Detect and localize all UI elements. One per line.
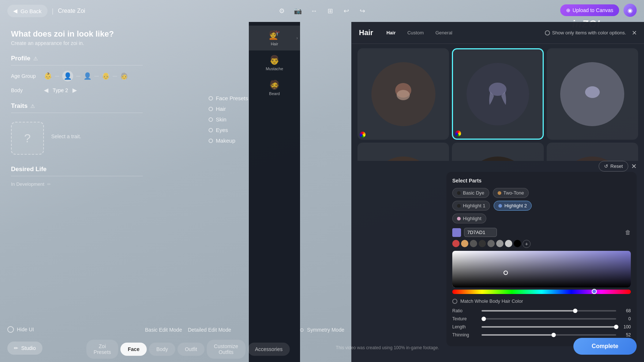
hair-panel-title: Hair [359, 29, 373, 37]
hair-style-item-1[interactable] [357, 48, 449, 140]
cat-mustache-label: Mustache [266, 67, 283, 71]
thinning-slider-thumb[interactable] [551, 333, 556, 337]
color-hex-row: 🗑 [452, 228, 631, 237]
makeup-option[interactable]: Makeup [209, 137, 248, 144]
cat-mustache[interactable]: 👨 Mustache [249, 50, 300, 75]
eyes-option[interactable]: Eyes [209, 127, 248, 133]
tab-face[interactable]: Face [120, 343, 147, 356]
ratio-slider-value: 68 [620, 308, 631, 313]
user-avatar-button[interactable]: ◉ [624, 4, 637, 17]
hair-style-item-2[interactable] [452, 48, 543, 140]
back-arrow-icon: ◀ [13, 8, 18, 14]
settings-tool-btn[interactable]: ⚙ [276, 5, 288, 17]
preset-color-red[interactable] [452, 240, 460, 247]
preset-color-black[interactable] [514, 240, 521, 247]
color-hex-input[interactable] [464, 228, 497, 237]
skin-option[interactable]: Skin [209, 116, 248, 122]
makeup-dot [209, 139, 213, 143]
part-highlight-2[interactable]: Highlight 2 [494, 201, 531, 211]
color-swatch-main[interactable] [452, 228, 461, 237]
body-selector[interactable]: ◀ Type 2 ▶ [44, 87, 143, 94]
tab-outfit[interactable]: Outfit [177, 343, 204, 356]
hair-silhouette-3 [581, 85, 603, 103]
close-select-parts-btn[interactable]: ✕ [631, 162, 637, 170]
reset-btn[interactable]: ↺ Reset [599, 161, 628, 171]
part-highlight-1-dot [457, 204, 461, 208]
age-teen-icon[interactable]: 👤 [62, 71, 73, 82]
preset-color-dark-gray[interactable] [470, 240, 477, 247]
hair-style-item-6[interactable] [547, 143, 638, 161]
preset-color-mid-gray[interactable] [487, 240, 495, 247]
part-two-tone[interactable]: Two-Tone [493, 188, 529, 198]
thinning-slider-track[interactable] [482, 334, 616, 336]
redo-tool-btn[interactable]: ↪ [356, 5, 368, 17]
hair-sub-tab-hair[interactable]: Hair [381, 28, 401, 38]
close-hair-panel-btn[interactable]: × [632, 28, 637, 38]
desired-life-edit-icon[interactable]: ✏ [47, 182, 51, 187]
length-slider-thumb[interactable] [614, 325, 618, 329]
select-parts-panel: Select Parts Basic Dye Two-Tone Highligh… [446, 172, 637, 346]
detailed-edit-mode[interactable]: Detailed Edit Mode [188, 327, 231, 333]
tab-zoi-presets[interactable]: Zoi Presets [86, 340, 118, 359]
upload-canvas-button[interactable]: ⊕ Upload to Canvas [560, 4, 619, 16]
cat-beard[interactable]: 🧔 Beard [249, 75, 300, 100]
hair-sub-tab-custom[interactable]: Custom [401, 28, 430, 38]
studio-button[interactable]: ✏ Studio [7, 342, 42, 355]
age-group-row: Age Group 👶 — 👤 — 👤 — 👴 — 🧓 [11, 71, 143, 82]
hue-slider[interactable] [452, 290, 631, 294]
select-parts-title: Select Parts [452, 178, 631, 184]
thinning-slider-label: Thinning [452, 332, 478, 338]
length-slider-fill [482, 326, 616, 328]
trait-slot-icon: ? [24, 132, 31, 145]
match-body-radio[interactable] [452, 299, 457, 304]
thinning-slider-value: 52 [620, 332, 631, 338]
texture-slider-track[interactable] [482, 318, 616, 320]
hide-ui-toggle[interactable]: Hide UI [7, 326, 34, 333]
body-prev-btn[interactable]: ◀ [44, 87, 48, 94]
hair-silhouette-1 [392, 81, 414, 107]
body-next-btn[interactable]: ▶ [72, 87, 77, 94]
part-highlight-2-label: Highlight 2 [504, 203, 527, 208]
undo-tool-btn[interactable]: ↩ [340, 5, 352, 17]
crop-tool-btn[interactable]: ⊞ [324, 5, 336, 17]
color-options-radio[interactable] [545, 30, 550, 35]
part-highlight-1[interactable]: Highlight 1 [452, 201, 490, 211]
cat-hair[interactable]: 💇 Hair › [249, 26, 300, 50]
preset-color-brown[interactable] [461, 240, 468, 247]
complete-button[interactable]: Complete [573, 338, 637, 355]
hair-sub-tab-general[interactable]: General [430, 28, 458, 38]
tab-body[interactable]: Body [149, 343, 175, 356]
go-back-button[interactable]: ◀ Go Back [7, 5, 48, 17]
preset-color-dark[interactable] [479, 240, 486, 247]
top-right-area: ⊕ Upload to Canvas ◉ [560, 4, 637, 17]
ratio-slider-track[interactable] [482, 310, 616, 312]
preset-color-light-gray[interactable] [505, 240, 512, 247]
trash-icon[interactable]: 🗑 [625, 229, 631, 236]
texture-slider-thumb[interactable] [482, 317, 486, 321]
trait-slot[interactable]: ? [11, 122, 44, 155]
go-back-label: Go Back [20, 8, 42, 14]
ratio-slider-label: Ratio [452, 308, 478, 313]
face-presets-option[interactable]: Face Presets [209, 95, 248, 101]
part-basic-dye[interactable]: Basic Dye [452, 188, 489, 198]
ratio-slider-thumb[interactable] [573, 309, 577, 313]
hair-style-item-5[interactable] [452, 143, 543, 161]
length-slider-track[interactable] [482, 326, 616, 328]
tab-customize-outfits[interactable]: Customize Outfits [207, 340, 246, 359]
hair-style-item-3[interactable] [547, 48, 638, 140]
basic-edit-mode[interactable]: Basic Edit Mode [145, 327, 182, 333]
preset-color-gray[interactable] [496, 240, 503, 247]
hide-ui-radio[interactable] [7, 326, 14, 333]
hair-style-item-4[interactable] [357, 143, 449, 161]
color-gradient-area[interactable] [452, 251, 631, 287]
add-color-btn[interactable]: + [523, 240, 531, 248]
hair-option[interactable]: Hair [209, 106, 248, 112]
mirror-tool-btn[interactable]: ↔ [308, 5, 320, 17]
color-picker-section: 🗑 + [452, 228, 631, 304]
part-highlight-3[interactable]: Highlight [452, 214, 486, 223]
age-group-selector[interactable]: 👶 — 👤 — 👤 — 👴 — 🧓 [44, 71, 143, 82]
tab-accessories[interactable]: Accessories [248, 343, 290, 356]
symmetry-mode[interactable]: ⊙ Symmetry Mode [300, 327, 344, 333]
camera-tool-btn[interactable]: 📷 [292, 5, 304, 17]
part-highlight-1-label: Highlight 1 [463, 203, 485, 208]
